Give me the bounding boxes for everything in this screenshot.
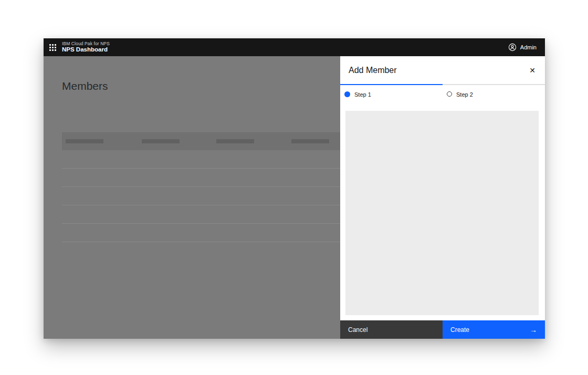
app-header: IBM Cloud Pak for NPS NPS Dashboard Admi… bbox=[44, 38, 545, 56]
app-title: NPS Dashboard bbox=[62, 46, 110, 53]
step-label: Step 2 bbox=[456, 91, 473, 98]
progress-step-1[interactable]: Step 1 bbox=[340, 84, 443, 111]
skeleton-header-cell bbox=[291, 139, 329, 143]
user-label: Admin bbox=[520, 44, 537, 50]
panel-header: Add Member ✕ bbox=[340, 56, 545, 84]
user-menu-button[interactable]: Admin bbox=[508, 38, 545, 56]
cancel-button[interactable]: Cancel bbox=[340, 320, 443, 339]
panel-title: Add Member bbox=[349, 66, 524, 75]
progress-indicator: Step 1 Step 2 bbox=[340, 84, 545, 111]
panel-footer: Cancel Create → bbox=[340, 320, 545, 339]
create-button[interactable]: Create → bbox=[443, 320, 545, 339]
product-line-label: IBM Cloud Pak for NPS bbox=[62, 41, 110, 47]
page-title: Members bbox=[62, 80, 108, 92]
app-window: IBM Cloud Pak for NPS NPS Dashboard Admi… bbox=[44, 38, 545, 339]
panel-content-placeholder bbox=[345, 111, 539, 315]
skeleton-header-cell bbox=[216, 139, 254, 143]
step-incomplete-icon bbox=[447, 91, 452, 97]
progress-step-2[interactable]: Step 2 bbox=[443, 84, 545, 111]
step-label: Step 1 bbox=[354, 91, 371, 98]
skeleton-header-cell bbox=[142, 139, 180, 143]
close-icon[interactable]: ✕ bbox=[524, 62, 541, 79]
header-titles: IBM Cloud Pak for NPS NPS Dashboard bbox=[62, 41, 110, 54]
app-switcher-icon bbox=[49, 44, 56, 51]
create-button-label: Create bbox=[450, 326, 469, 334]
add-member-panel: Add Member ✕ Step 1 Step 2 Cancel Create… bbox=[340, 56, 545, 339]
step-current-icon bbox=[344, 91, 350, 97]
user-avatar-icon bbox=[508, 43, 517, 51]
app-switcher-button[interactable] bbox=[44, 38, 61, 56]
skeleton-header-cell bbox=[66, 139, 103, 143]
arrow-right-icon: → bbox=[530, 326, 537, 334]
